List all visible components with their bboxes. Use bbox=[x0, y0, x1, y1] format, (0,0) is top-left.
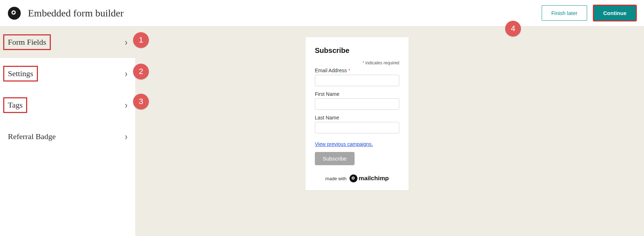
chevron-right-icon: › bbox=[125, 131, 127, 142]
finish-later-button[interactable]: Finish later bbox=[542, 5, 587, 21]
topbar-left: Embedded form builder bbox=[8, 7, 123, 20]
email-input[interactable] bbox=[315, 75, 399, 86]
topbar-right: Finish later Continue bbox=[542, 5, 636, 21]
mailchimp-logo-icon bbox=[350, 174, 357, 182]
sidebar-item-tags[interactable]: Tags › bbox=[0, 89, 135, 121]
callout-badge-1: 1 bbox=[133, 32, 149, 48]
sidebar-item-label: Settings bbox=[4, 67, 37, 80]
sidebar-item-settings[interactable]: Settings › bbox=[0, 58, 135, 89]
embedded-form-preview: Subscribe * indicates required Email Add… bbox=[306, 37, 409, 190]
field-label: First Name bbox=[315, 91, 399, 97]
body: Form Fields › Settings › Tags › Referral… bbox=[0, 26, 644, 236]
mailchimp-brand: mailchimp bbox=[350, 174, 389, 182]
field-label: Email Address * bbox=[315, 68, 399, 73]
view-previous-campaigns-link[interactable]: View previous campaigns. bbox=[315, 141, 373, 147]
asterisk-icon: * bbox=[348, 68, 350, 73]
sidebar-item-referral-badge[interactable]: Referral Badge › bbox=[0, 121, 135, 152]
field-email: Email Address * bbox=[315, 68, 399, 86]
mailchimp-logo-icon bbox=[8, 7, 21, 20]
field-label-text: Email Address bbox=[315, 68, 347, 73]
sidebar-item-label: Referral Badge bbox=[8, 132, 56, 141]
continue-button[interactable]: Continue bbox=[594, 5, 636, 21]
callout-badge-4: 4 bbox=[505, 21, 521, 36]
topbar: Embedded form builder Finish later Conti… bbox=[0, 0, 644, 26]
sidebar-item-form-fields[interactable]: Form Fields › bbox=[0, 26, 135, 58]
chevron-right-icon: › bbox=[125, 68, 127, 79]
page-title: Embedded form builder bbox=[28, 8, 123, 19]
callout-badge-3: 3 bbox=[133, 94, 149, 109]
required-indicator-note: * indicates required bbox=[315, 60, 399, 65]
chevron-right-icon: › bbox=[125, 100, 127, 110]
field-last-name: Last Name bbox=[315, 115, 399, 133]
callout-badge-2: 2 bbox=[133, 64, 149, 79]
preview-canvas: Subscribe * indicates required Email Add… bbox=[135, 26, 644, 236]
subscribe-button[interactable]: Subscribe bbox=[315, 152, 355, 165]
made-with-text: made with bbox=[325, 176, 346, 181]
field-label: Last Name bbox=[315, 115, 399, 121]
sidebar: Form Fields › Settings › Tags › Referral… bbox=[0, 26, 135, 236]
chevron-right-icon: › bbox=[125, 37, 127, 48]
mailchimp-brand-text: mailchimp bbox=[359, 175, 389, 182]
sidebar-item-label: Tags bbox=[4, 98, 26, 112]
first-name-input[interactable] bbox=[315, 98, 399, 110]
required-note-text: indicates required bbox=[364, 60, 399, 65]
last-name-input[interactable] bbox=[315, 122, 399, 133]
sidebar-item-label: Form Fields bbox=[4, 35, 50, 49]
field-first-name: First Name bbox=[315, 91, 399, 110]
made-with-mailchimp: made with mailchimp bbox=[315, 174, 399, 182]
form-title: Subscribe bbox=[315, 46, 399, 55]
